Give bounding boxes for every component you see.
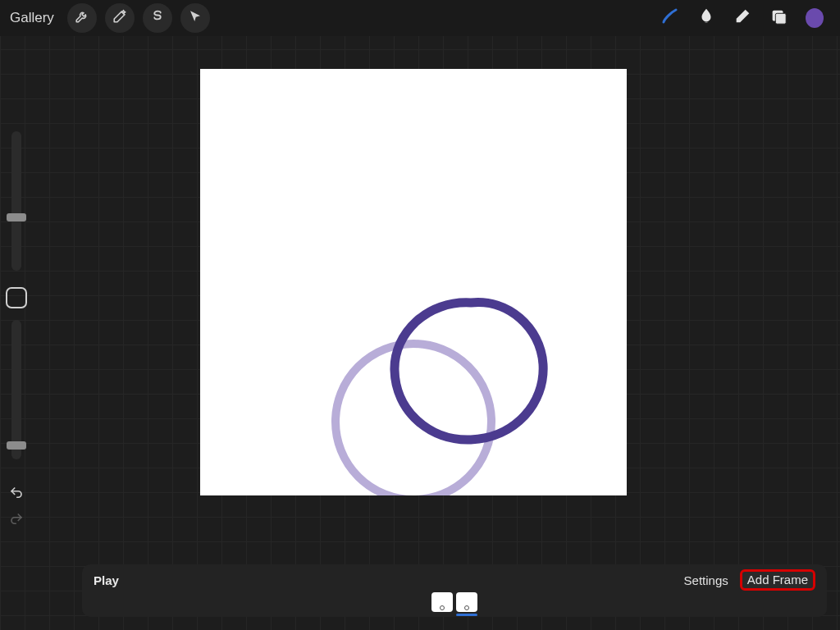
svg-rect-1 — [775, 13, 786, 24]
undo-icon — [7, 489, 25, 503]
smudge-icon — [697, 7, 715, 29]
modify-shape-button[interactable] — [6, 287, 27, 308]
color-swatch-icon — [806, 8, 824, 28]
add-frame-button[interactable]: Add Frame — [747, 573, 808, 587]
redo-icon — [7, 515, 25, 529]
color-picker-button[interactable] — [806, 9, 824, 27]
undo-button[interactable] — [7, 486, 25, 504]
animation-settings-button[interactable]: Settings — [684, 573, 728, 587]
play-button[interactable]: Play — [94, 573, 119, 587]
brush-size-slider[interactable] — [11, 131, 21, 271]
eraser-icon — [733, 7, 751, 29]
gallery-link[interactable]: Gallery — [10, 10, 54, 26]
frame-thumb-1[interactable] — [431, 592, 453, 612]
brush-size-thumb[interactable] — [7, 213, 26, 221]
eraser-tool-button[interactable] — [733, 9, 751, 27]
left-sidebar — [0, 131, 33, 530]
selection-button[interactable] — [143, 3, 172, 33]
wrench-icon — [75, 9, 89, 27]
top-toolbar: Gallery — [0, 0, 840, 36]
magic-wand-icon — [112, 9, 127, 27]
brush-tool-button[interactable] — [661, 9, 679, 27]
frame-thumb-content — [464, 605, 469, 610]
transform-arrow-button[interactable] — [180, 3, 210, 33]
brush-opacity-slider[interactable] — [11, 320, 21, 459]
layers-button[interactable] — [769, 9, 788, 27]
adjustments-wand-button[interactable] — [105, 3, 135, 33]
cursor-arrow-icon — [188, 9, 203, 27]
selection-s-icon — [150, 9, 165, 27]
frame-timeline[interactable] — [94, 592, 815, 612]
drawing-canvas[interactable] — [200, 69, 627, 495]
frame-thumb-content — [440, 605, 445, 610]
smudge-tool-button[interactable] — [697, 9, 715, 27]
brush-opacity-thumb[interactable] — [7, 441, 26, 450]
layers-icon — [769, 7, 788, 29]
add-frame-highlight: Add Frame — [740, 569, 815, 591]
redo-button[interactable] — [7, 512, 25, 530]
brush-icon — [660, 7, 680, 30]
animation-assist-bar: Play Settings Add Frame — [82, 564, 827, 617]
actions-wrench-button[interactable] — [67, 3, 97, 33]
frame-thumb-2[interactable] — [456, 592, 477, 612]
